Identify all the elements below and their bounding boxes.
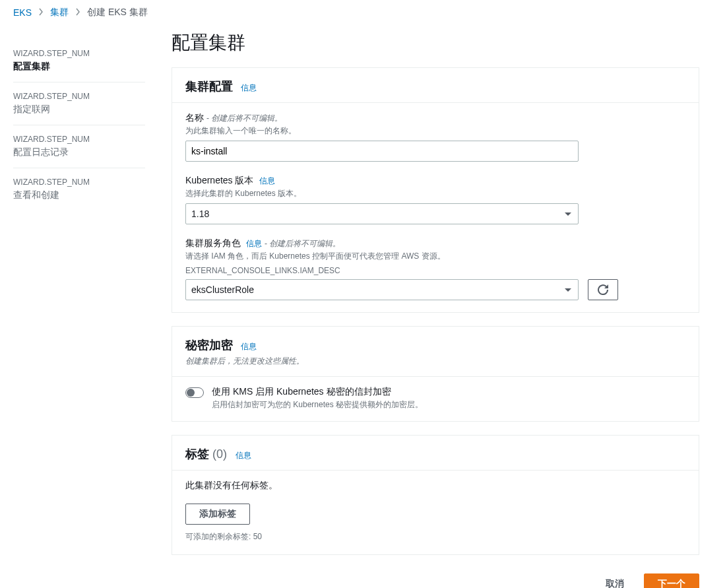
kms-toggle-label: 使用 KMS 启用 Kubernetes 秘密的信封加密 xyxy=(212,386,423,398)
wizard-step-title: 配置集群 xyxy=(13,61,145,73)
tags-empty-message: 此集群没有任何标签。 xyxy=(185,480,685,492)
wizard-step-title: 配置日志记录 xyxy=(13,147,145,158)
breadcrumb-current: 创建 EKS 集群 xyxy=(87,7,148,18)
secrets-panel: 秘密加密 信息 创建集群后，无法更改这些属性。 使用 KMS 启用 Kubern… xyxy=(172,326,699,422)
cluster-name-input[interactable] xyxy=(185,141,579,162)
service-role-hint: 创建后将不可编辑。 xyxy=(265,238,340,249)
wizard-step-review[interactable]: WIZARD.STEP_NUM 查看和创建 xyxy=(13,168,145,211)
caret-down-icon xyxy=(565,212,571,216)
wizard-step-num: WIZARD.STEP_NUM xyxy=(13,178,145,187)
cluster-config-panel: 集群配置 信息 名称 创建后将不可编辑。 为此集群输入一个唯一的名称。 xyxy=(172,67,699,313)
refresh-icon xyxy=(598,284,608,295)
wizard-step-num: WIZARD.STEP_NUM xyxy=(13,92,145,101)
tags-title: 标签 (0) xyxy=(185,447,230,461)
wizard-sidebar: WIZARD.STEP_NUM 配置集群 WIZARD.STEP_NUM 指定联… xyxy=(0,24,158,588)
cluster-config-title: 集群配置 xyxy=(185,80,233,93)
name-desc: 为此集群输入一个唯一的名称。 xyxy=(185,125,685,137)
service-role-value: eksClusterRole xyxy=(191,284,254,295)
wizard-step-networking[interactable]: WIZARD.STEP_NUM 指定联网 xyxy=(13,82,145,125)
footer-actions: 取消 下一个 xyxy=(172,568,699,588)
secrets-desc: 创建集群后，无法更改这些属性。 xyxy=(185,356,685,367)
refresh-button[interactable] xyxy=(588,279,618,300)
service-role-extra: EXTERNAL_CONSOLE_LINKS.IAM_DESC xyxy=(185,266,685,275)
kms-toggle[interactable] xyxy=(185,387,204,398)
k8s-version-desc: 选择此集群的 Kubernetes 版本。 xyxy=(185,188,685,199)
cancel-button[interactable]: 取消 xyxy=(592,573,637,588)
add-tag-button[interactable]: 添加标签 xyxy=(185,504,250,525)
next-button[interactable]: 下一个 xyxy=(644,573,699,588)
wizard-step-num: WIZARD.STEP_NUM xyxy=(13,49,145,58)
main-content: 配置集群 集群配置 信息 名称 创建后将不可编辑。 为此集群输入一个唯一的名称。 xyxy=(158,24,712,588)
info-link[interactable]: 信息 xyxy=(259,176,275,187)
info-link[interactable]: 信息 xyxy=(241,83,257,92)
chevron-right-icon xyxy=(38,7,44,18)
chevron-right-icon xyxy=(75,7,80,18)
secrets-title: 秘密加密 xyxy=(185,339,233,352)
tags-count: (0) xyxy=(212,447,227,461)
tags-panel: 标签 (0) 信息 此集群没有任何标签。 添加标签 可添加的剩余标签: 50 xyxy=(172,435,699,555)
service-role-desc: 请选择 IAM 角色，而后 Kubernetes 控制平面便可代表您管理 AWS… xyxy=(185,251,685,262)
wizard-step-logging[interactable]: WIZARD.STEP_NUM 配置日志记录 xyxy=(13,125,145,168)
wizard-step-title: 查看和创建 xyxy=(13,189,145,201)
wizard-step-title: 指定联网 xyxy=(13,104,145,115)
tags-remaining: 可添加的剩余标签: 50 xyxy=(185,531,685,542)
k8s-version-value: 1.18 xyxy=(191,209,209,219)
info-link[interactable]: 信息 xyxy=(246,238,262,249)
info-link[interactable]: 信息 xyxy=(236,451,251,460)
service-role-label: 集群服务角色 xyxy=(185,238,241,249)
name-hint: 创建后将不可编辑。 xyxy=(206,113,282,124)
service-role-field: 集群服务角色 信息 创建后将不可编辑。 请选择 IAM 角色，而后 Kubern… xyxy=(185,238,685,300)
breadcrumb: EKS 集群 创建 EKS 集群 xyxy=(0,0,727,24)
name-label: 名称 xyxy=(185,112,204,124)
breadcrumb-eks[interactable]: EKS xyxy=(13,7,32,18)
k8s-version-label: Kubernetes 版本 xyxy=(185,175,254,187)
kms-toggle-desc: 启用信封加密可为您的 Kubernetes 秘密提供额外的加密层。 xyxy=(212,399,423,410)
page-title: 配置集群 xyxy=(172,30,699,55)
service-role-select[interactable]: eksClusterRole xyxy=(185,279,579,300)
k8s-version-select[interactable]: 1.18 xyxy=(185,203,579,224)
breadcrumb-cluster[interactable]: 集群 xyxy=(50,7,69,18)
caret-down-icon xyxy=(565,288,571,292)
k8s-version-field: Kubernetes 版本 信息 选择此集群的 Kubernetes 版本。 1… xyxy=(185,175,685,224)
wizard-step-configure[interactable]: WIZARD.STEP_NUM 配置集群 xyxy=(13,40,145,82)
info-link[interactable]: 信息 xyxy=(241,342,257,351)
name-field: 名称 创建后将不可编辑。 为此集群输入一个唯一的名称。 xyxy=(185,112,685,162)
wizard-step-num: WIZARD.STEP_NUM xyxy=(13,135,145,144)
